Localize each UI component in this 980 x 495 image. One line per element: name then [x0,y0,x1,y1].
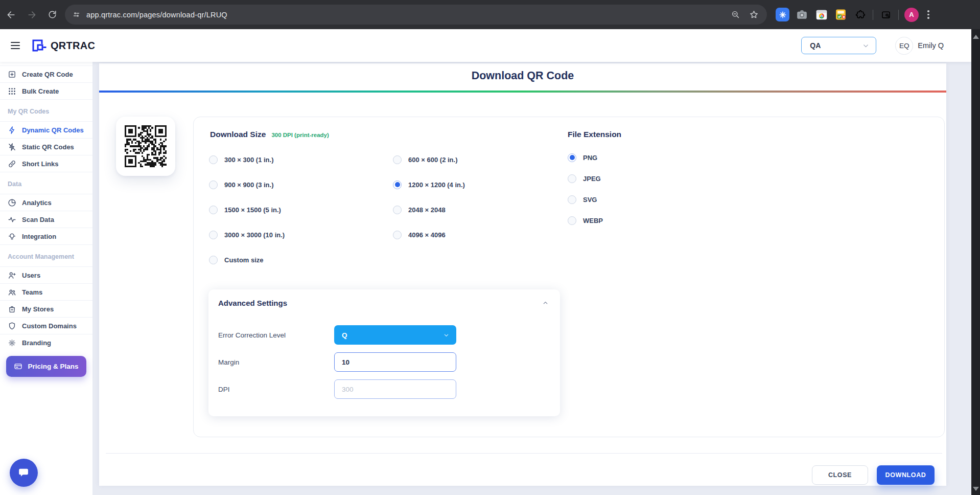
bookmark-star-icon[interactable] [749,10,759,19]
dpi-input[interactable] [334,379,456,399]
error-correction-select[interactable]: Q [334,325,456,345]
site-info-icon[interactable] [72,10,81,19]
chevron-down-icon [443,332,450,339]
download-size-option-custom-size[interactable]: Custom size [209,252,393,268]
download-size-option-label: 1500 × 1500 (5 in.) [224,206,281,214]
error-correction-value: Q [342,331,347,339]
error-correction-label: Error Correction Level [218,331,334,339]
sidebar-nav: Create QR CodeBulk CreateMy QR CodesDyna… [0,65,92,351]
radio-icon [568,216,576,225]
file-extension-option-label: WEBP [583,217,603,224]
pie-chart-icon [8,198,16,207]
pricing-plans-button[interactable]: Pricing & Plans [6,356,86,377]
radio-icon [393,231,402,239]
extension-chrome-window-icon[interactable] [814,8,828,21]
gradient-divider [99,91,946,93]
sidebar-item-label: Dynamic QR Codes [22,126,84,134]
close-button[interactable]: CLOSE [812,465,868,485]
sidebar-item-label: Bulk Create [22,87,59,95]
grid-dots-icon [8,87,16,96]
sidebar-item-dynamic-qr-codes[interactable]: Dynamic QR Codes [0,121,92,138]
sidebar: Create QR CodeBulk CreateMy QR CodesDyna… [0,62,92,495]
sidebar-item-label: Static QR Codes [22,143,74,151]
shield-icon [8,322,16,330]
file-extension-option-label: PNG [583,154,597,162]
vertical-scrollbar[interactable] [971,29,980,495]
extension-sheets-icon[interactable] [834,8,848,21]
sun-icon [8,339,16,347]
radio-selected-icon [393,181,402,189]
sidebar-item-static-qr-codes[interactable]: Static QR Codes [0,138,92,155]
sidebar-item-teams[interactable]: Teams [0,283,92,300]
qr-code-image [125,125,167,167]
user-name: Emily Q [918,41,944,50]
brand-name: QRTRAC [51,40,95,52]
browser-menu-icon[interactable] [924,7,932,22]
sidebar-item-branding[interactable]: Branding [0,334,92,351]
download-size-heading: Download Size [210,130,266,139]
sidebar-item-bulk-create[interactable]: Bulk Create [0,82,92,99]
radio-icon [209,256,218,264]
sidebar-item-users[interactable]: Users [0,266,92,283]
sidebar-item-label: Scan Data [22,216,54,223]
radio-icon [209,231,218,239]
download-size-option-900-900-3-in[interactable]: 900 × 900 (3 in.) [209,176,393,193]
bolt-off-icon [8,143,16,151]
page-background: Create QR CodeBulk CreateMy QR CodesDyna… [0,62,971,495]
chat-widget-button[interactable] [10,459,38,487]
browser-profile-avatar[interactable]: A [904,8,919,22]
advanced-settings-heading: Advanced Settings [218,299,287,307]
scroll-down-arrow[interactable] [971,484,980,493]
sidebar-item-analytics[interactable]: Analytics [0,194,92,211]
sidebar-item-scan-data[interactable]: Scan Data [0,211,92,228]
hamburger-menu-icon[interactable] [8,39,23,53]
download-size-option-3000-3000-10-in[interactable]: 3000 × 3000 (10 in.) [209,227,393,243]
forward-icon[interactable] [22,6,41,24]
sidebar-item-custom-domains[interactable]: Custom Domains [0,317,92,334]
download-size-option-label: Custom size [224,256,264,264]
file-extension-section: File Extension PNGJPEGSVGWEBP [568,130,621,228]
user-avatar[interactable]: EQ [895,37,913,55]
sidebar-item-label: Create QR Code [22,71,73,78]
workspace-select[interactable]: QA [801,37,876,54]
download-size-option-1500-1500-5-in[interactable]: 1500 × 1500 (5 in.) [209,201,393,218]
sidebar-item-label: Users [22,272,40,279]
zoom-icon[interactable] [731,10,740,19]
file-extension-option-webp[interactable]: WEBP [568,213,621,228]
download-size-option-300-300-1-in[interactable]: 300 × 300 (1 in.) [209,151,393,168]
sidebar-item-my-stores[interactable]: My Stores [0,300,92,317]
extension-snowflake-icon[interactable] [776,8,789,21]
download-size-option-label: 600 × 600 (2 in.) [408,156,457,164]
sidebar-item-create-qr-code[interactable]: Create QR Code [0,65,92,82]
file-extension-option-jpeg[interactable]: JPEG [568,171,621,186]
margin-input[interactable] [334,352,456,372]
file-extension-heading: File Extension [568,130,621,139]
side-panel-search-icon[interactable] [879,8,893,21]
page-title: Download QR Code [99,63,946,82]
workspace-select-value: QA [810,41,821,50]
file-extension-option-label: SVG [583,196,597,204]
file-extension-option-png[interactable]: PNG [568,150,621,165]
collapse-chevron-up-icon[interactable] [542,300,549,306]
radio-selected-icon [568,153,576,162]
users-icon [8,288,16,297]
sidebar-item-label: Short Links [22,160,59,168]
file-extension-option-svg[interactable]: SVG [568,192,621,207]
url-text: app.qrtrac.com/pages/download-qr/LRUQ [86,11,227,19]
sidebar-item-integration[interactable]: Integration [0,228,92,244]
download-size-option-label: 3000 × 3000 (10 in.) [224,231,285,239]
sidebar-item-label: Teams [22,288,42,296]
back-icon[interactable] [2,6,20,24]
radio-icon [209,155,218,164]
address-bar[interactable]: app.qrtrac.com/pages/download-qr/LRUQ [65,5,767,25]
download-button[interactable]: DOWNLOAD [877,465,935,485]
radio-icon [568,174,576,183]
extension-camera-icon[interactable] [795,8,809,21]
download-size-option-label: 4096 × 4096 [408,231,446,239]
sidebar-item-short-links[interactable]: Short Links [0,155,92,172]
sidebar-section-data: Data [0,172,92,194]
refresh-icon[interactable] [43,6,61,24]
scroll-up-arrow[interactable] [971,32,980,41]
download-size-option-4096-4096[interactable]: 4096 × 4096 [393,227,613,243]
extensions-puzzle-icon[interactable] [853,8,867,21]
